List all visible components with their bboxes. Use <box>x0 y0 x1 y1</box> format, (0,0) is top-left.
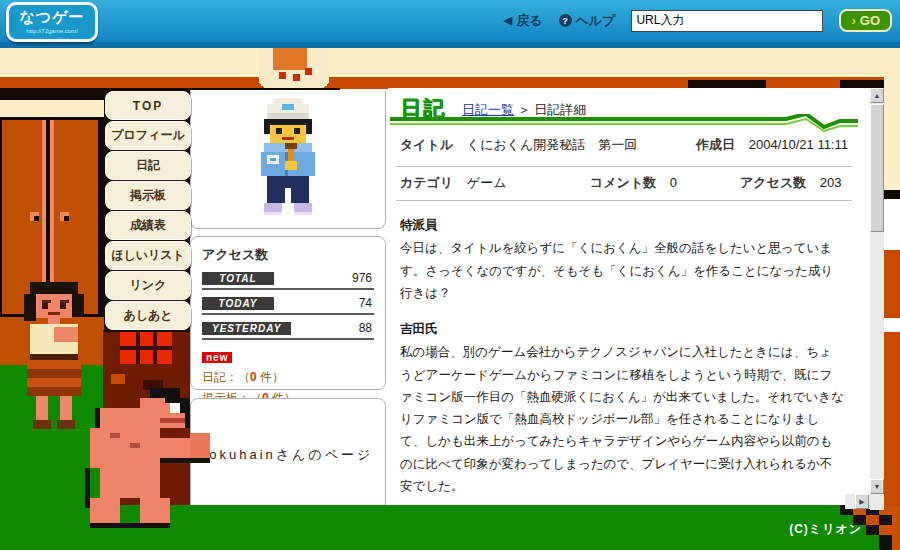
avatar-card <box>190 90 386 229</box>
new-item-count: 0 <box>250 370 257 384</box>
site-logo[interactable]: なつゲー http://72game.com/ <box>6 2 98 42</box>
door-handle <box>30 212 39 221</box>
go-label: GO <box>860 13 880 28</box>
sidebar-item-label: ほしいリスト <box>111 247 185 264</box>
comments-label: コメント数 <box>590 175 656 190</box>
diary-panel: 日記 日記一覧 ＞ 日記詳細 タイトル くにおくん開発秘話 第一回 作成日 20… <box>388 88 870 505</box>
help-button[interactable]: ? ヘルプ <box>559 12 616 30</box>
access-value: 203 <box>820 175 842 190</box>
diary-body: 特派員 今日は、タイトルを絞らずに「くにおくん」全般の話をしたいと思っています。… <box>400 212 844 505</box>
site-logo-title: なつゲー <box>9 8 95 27</box>
stat-badge: YESTERDAY <box>202 322 291 335</box>
sidebar-item-wishlist[interactable]: ほしいリスト <box>105 241 191 270</box>
new-badge: new <box>202 352 232 363</box>
sidebar-item-label: 掲示板 <box>130 187 166 204</box>
page: なつゲー http://72game.com/ ◀ 戻る ? ヘルプ › GO … <box>0 0 900 550</box>
sidebar-item-grades[interactable]: 成績表 <box>105 211 191 240</box>
sidebar-item-label: 成績表 <box>130 217 166 234</box>
site-logo-url: http://72game.com/ <box>9 28 95 34</box>
access-stats-title: アクセス数 <box>202 246 374 264</box>
scroll-down-icon: ▼ <box>874 483 881 490</box>
divider <box>396 200 852 201</box>
pixel-art-lantern <box>255 42 339 92</box>
bg-right-edge <box>884 48 900 190</box>
diary-title-row: タイトル くにおくん開発秘話 第一回 作成日 2004/10/21 11:11 <box>400 136 848 154</box>
scroll-up-button[interactable]: ▲ <box>870 88 884 103</box>
stat-badge: TOTAL <box>202 272 274 285</box>
speech-paragraph: 今日は、タイトルを絞らずに「くにおくん」全般の話をしたいと思っています。さっそく… <box>400 237 844 304</box>
sidebar-item-label: あしあと <box>123 307 172 324</box>
title-label: タイトル <box>400 137 453 152</box>
diary-title-value: くにおくん開発秘話 第一回 <box>467 137 638 152</box>
bg-right-edge <box>884 190 900 250</box>
sidebar-item-diary[interactable]: 日記 <box>105 151 191 180</box>
speaker-name: 特派員 <box>400 214 844 236</box>
bg-right-edge <box>884 318 900 332</box>
access-label: アクセス数 <box>740 175 806 190</box>
sidebar-item-label: 日記 <box>136 157 160 174</box>
scroll-right-icon: ▶ <box>859 498 864 506</box>
bg-cream-band <box>0 48 900 77</box>
sidebar-item-board[interactable]: 掲示板 <box>105 181 191 210</box>
top-header-bar: なつゲー http://72game.com/ ◀ 戻る ? ヘルプ › GO <box>0 0 900 48</box>
bg-right-edge <box>884 250 900 508</box>
stat-row-yesterday: YESTERDAY 88 <box>202 321 374 340</box>
section-divider-zigzag <box>390 114 860 132</box>
new-item-suffix: 件） <box>257 370 284 384</box>
url-input[interactable] <box>631 10 823 32</box>
scrollbar-corner <box>870 494 884 510</box>
scrollbar-thumb[interactable] <box>870 104 884 232</box>
scroll-down-button[interactable]: ▼ <box>870 479 884 494</box>
pixel-art-corner-checker <box>840 505 900 550</box>
scroll-right-button[interactable]: ▶ <box>855 494 869 509</box>
sidebar-item-link[interactable]: リンク <box>105 271 191 300</box>
category-value: ゲーム <box>467 175 507 190</box>
new-diary-count[interactable]: 日記：（0 件） <box>202 369 374 386</box>
sidebar-item-label: リンク <box>130 277 167 294</box>
owner-page-title: tokuhainさんのページ <box>203 446 374 464</box>
go-arrow-icon: › <box>851 13 855 28</box>
back-label: 戻る <box>516 12 542 30</box>
bg-right-edge <box>884 190 900 199</box>
new-item-label: 日記：（ <box>202 370 250 384</box>
stat-badge: TODAY <box>202 297 274 310</box>
divider <box>396 166 852 167</box>
pixel-art-fighter <box>40 388 210 528</box>
sidebar-item-footprints[interactable]: あしあと <box>105 301 191 330</box>
go-button[interactable]: › GO <box>839 9 892 32</box>
created-label: 作成日 <box>696 137 735 152</box>
sidebar-item-label: プロフィール <box>111 127 184 144</box>
stat-row-total: TOTAL 976 <box>202 271 374 290</box>
top-navigation: ◀ 戻る ? ヘルプ › GO <box>504 9 892 32</box>
help-icon: ? <box>559 14 572 27</box>
stat-value: 976 <box>352 271 374 285</box>
scroll-up-icon: ▲ <box>874 92 881 99</box>
access-stats-card: アクセス数 TOTAL 976 TODAY 74 YESTERDAY 88 ne… <box>190 236 386 390</box>
category-label: カテゴリ <box>400 175 453 190</box>
back-button[interactable]: ◀ 戻る <box>504 12 543 30</box>
stat-value: 88 <box>359 321 374 335</box>
sidebar-item-label: TOP <box>133 99 163 113</box>
owner-page-card: tokuhainさんのページ <box>190 398 386 512</box>
pixel-art-reporter-avatar <box>249 98 327 230</box>
stat-value: 74 <box>359 296 374 310</box>
help-label: ヘルプ <box>576 12 616 30</box>
diary-meta-row: カテゴリ ゲーム コメント数 0 アクセス数 203 <box>400 174 848 192</box>
created-value: 2004/10/21 11:11 <box>749 137 848 152</box>
speech-paragraph: 私の場合、別のゲーム会社からテクノスジャパンに入社したときには、ちょうどアーケー… <box>400 341 844 497</box>
door-handle <box>60 212 69 221</box>
comments-value: 0 <box>670 175 677 190</box>
sidebar-item-profile[interactable]: プロフィール <box>105 121 191 150</box>
back-arrow-icon: ◀ <box>504 14 512 27</box>
sidebar-item-top[interactable]: TOP <box>105 91 191 120</box>
stat-row-today: TODAY 74 <box>202 296 374 315</box>
speaker-name: 吉田氏 <box>400 318 844 340</box>
